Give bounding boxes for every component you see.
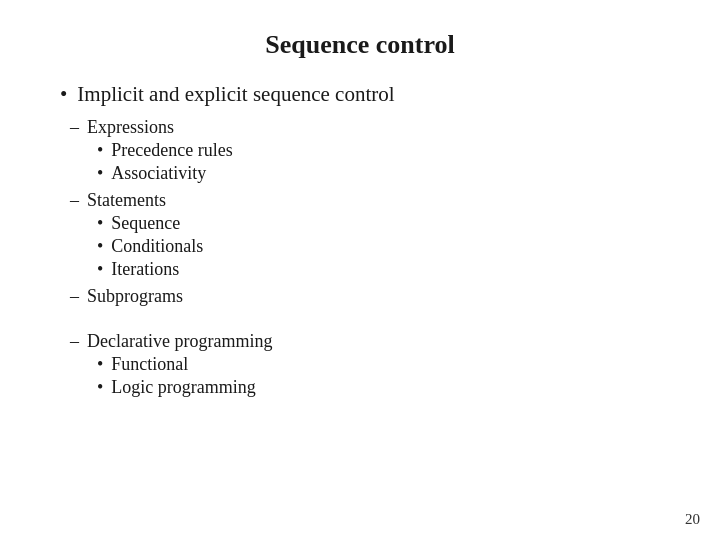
sub-item-expressions: – Expressions • Precedence rules • Assoc… bbox=[70, 117, 670, 186]
page-number: 20 bbox=[685, 511, 700, 528]
sub-item-subprograms-content: Subprograms bbox=[87, 286, 183, 307]
slide: Sequence control • Implicit and explicit… bbox=[0, 0, 720, 540]
sub-item-statements-label: Statements bbox=[87, 190, 166, 210]
list-item: • Sequence bbox=[97, 213, 203, 234]
sub-item-declarative-content: Declarative programming • Functional • L… bbox=[87, 331, 272, 400]
dot-icon: • bbox=[97, 377, 103, 398]
list-item: • Precedence rules bbox=[97, 140, 233, 161]
declarative-children: • Functional • Logic programming bbox=[87, 354, 272, 398]
expressions-child-2: Associativity bbox=[111, 163, 206, 184]
main-bullet-text: Implicit and explicit sequence control bbox=[77, 82, 394, 107]
dot-icon: • bbox=[97, 163, 103, 184]
dash-expressions: – bbox=[70, 117, 79, 138]
sub-item-statements-content: Statements • Sequence • Conditionals • I bbox=[87, 190, 203, 282]
sub-item-expressions-label: Expressions bbox=[87, 117, 174, 137]
dash-declarative: – bbox=[70, 331, 79, 352]
sub-item-subprograms: – Subprograms bbox=[70, 286, 670, 307]
dash-subprograms: – bbox=[70, 286, 79, 307]
dot-icon: • bbox=[97, 354, 103, 375]
list-item: • Iterations bbox=[97, 259, 203, 280]
list-item: • Logic programming bbox=[97, 377, 272, 398]
statements-child-2: Conditionals bbox=[111, 236, 203, 257]
slide-content: • Implicit and explicit sequence control… bbox=[50, 82, 670, 400]
sub-item-declarative: – Declarative programming • Functional •… bbox=[70, 331, 670, 400]
main-bullet-marker: • bbox=[60, 82, 67, 107]
dot-icon: • bbox=[97, 259, 103, 280]
main-bullet: • Implicit and explicit sequence control bbox=[60, 82, 670, 107]
sub-list: – Expressions • Precedence rules • Assoc… bbox=[60, 117, 670, 307]
list-item: • Associativity bbox=[97, 163, 233, 184]
dot-icon: • bbox=[97, 236, 103, 257]
statements-children: • Sequence • Conditionals • Iterations bbox=[87, 213, 203, 280]
declarative-child-2: Logic programming bbox=[111, 377, 255, 398]
expressions-children: • Precedence rules • Associativity bbox=[87, 140, 233, 184]
sub-item-expressions-content: Expressions • Precedence rules • Associa… bbox=[87, 117, 233, 186]
sub-item-subprograms-label: Subprograms bbox=[87, 286, 183, 306]
sub-item-statements: – Statements • Sequence • Conditionals bbox=[70, 190, 670, 282]
expressions-child-1: Precedence rules bbox=[111, 140, 232, 161]
list-item: • Functional bbox=[97, 354, 272, 375]
sub-list-2: – Declarative programming • Functional •… bbox=[60, 331, 670, 400]
declarative-child-1: Functional bbox=[111, 354, 188, 375]
slide-title: Sequence control bbox=[50, 30, 670, 60]
sub-item-declarative-label: Declarative programming bbox=[87, 331, 272, 351]
spacer bbox=[60, 311, 670, 327]
dot-icon: • bbox=[97, 213, 103, 234]
list-item: • Conditionals bbox=[97, 236, 203, 257]
dot-icon: • bbox=[97, 140, 103, 161]
statements-child-3: Iterations bbox=[111, 259, 179, 280]
statements-child-1: Sequence bbox=[111, 213, 180, 234]
dash-statements: – bbox=[70, 190, 79, 211]
